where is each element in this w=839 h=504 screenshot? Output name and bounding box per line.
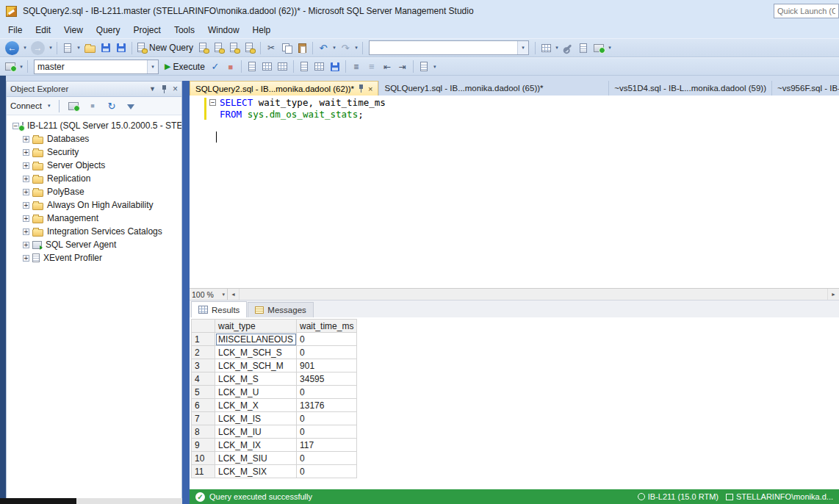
cut-button[interactable]: ✂	[264, 40, 278, 56]
redo-dropdown[interactable]: ▾	[353, 45, 359, 51]
grid-cell[interactable]: 117	[297, 439, 357, 452]
object-explorer-header[interactable]: Object Explorer ▼ ×	[7, 82, 181, 97]
execute-button[interactable]: ▶ Execute	[162, 59, 207, 75]
tree-item-security[interactable]: + Security	[7, 145, 181, 159]
connect-button[interactable]: Connect	[10, 101, 42, 110]
expand-icon[interactable]: +	[23, 149, 29, 156]
tree-item-integration-services[interactable]: + Integration Services Catalogs	[7, 225, 181, 238]
redo-button[interactable]: ↷	[338, 40, 353, 56]
row-header[interactable]: 11	[192, 465, 215, 478]
grid-cell[interactable]: 34595	[297, 372, 357, 386]
toolbar2-overflow-button[interactable]: ▾	[432, 64, 438, 70]
new-xmla-query-button[interactable]	[242, 40, 257, 56]
tree-item-xevent-profiler[interactable]: + XEvent Profiler	[7, 251, 181, 264]
new-dmx-query-button[interactable]	[227, 40, 242, 56]
uncomment-button[interactable]: ≡	[364, 59, 379, 75]
intellisense-button[interactable]	[276, 59, 290, 75]
menu-window[interactable]: Window	[201, 23, 246, 37]
grid-cell[interactable]: LCK_M_U	[215, 386, 297, 399]
tree-item-replication[interactable]: + Replication	[7, 172, 181, 185]
cancel-query-button[interactable]: ■	[223, 59, 238, 75]
expand-icon[interactable]: +	[23, 228, 29, 235]
col-header-wait-time-ms[interactable]: wait_time_ms	[297, 320, 357, 333]
stop-button[interactable]: ■	[85, 99, 100, 112]
expand-icon[interactable]: +	[23, 215, 29, 222]
expand-icon[interactable]: +	[23, 255, 29, 262]
hscroll-right-button[interactable]: ►	[827, 289, 839, 300]
forward-history-dropdown[interactable]: ▾	[48, 45, 54, 51]
registered-servers-button[interactable]	[591, 40, 606, 56]
tab-messages[interactable]: Messages	[248, 302, 313, 317]
grid-cell[interactable]: LCK_M_SIX	[215, 465, 297, 478]
comment-button[interactable]: ≡	[349, 59, 364, 75]
connect-dropdown-icon[interactable]: ▾	[46, 103, 52, 109]
grid-cell[interactable]: 0	[297, 465, 357, 478]
results-to-text-button[interactable]	[297, 59, 312, 75]
refresh-button[interactable]: ↻	[104, 99, 119, 112]
grid-cell[interactable]: 0	[297, 412, 357, 425]
hscroll-left-button[interactable]: ◄	[228, 289, 240, 300]
row-header[interactable]: 10	[192, 452, 215, 465]
zoom-control[interactable]: 100 % ▾	[190, 289, 228, 300]
grid-corner[interactable]	[192, 320, 215, 333]
code-collapse-icon[interactable]: −	[209, 99, 216, 106]
row-header[interactable]: 2	[192, 346, 215, 359]
grid-cell[interactable]: LCK_M_SIU	[215, 452, 297, 465]
expand-icon[interactable]: +	[23, 162, 29, 169]
toolbar-overflow-button[interactable]: ▾	[607, 45, 613, 51]
expand-icon[interactable]: +	[23, 242, 29, 248]
save-button[interactable]	[98, 40, 113, 56]
grid-cell[interactable]: LCK_M_SCH_M	[215, 359, 297, 372]
tab-vs956f[interactable]: ~vs956F.sql - IB-	[771, 81, 839, 96]
properties-dropdown[interactable]: ▾	[554, 45, 560, 51]
row-header[interactable]: 5	[192, 386, 215, 399]
grid-cell[interactable]: 13176	[297, 399, 357, 412]
expand-icon[interactable]: +	[23, 176, 29, 182]
tree-item-management[interactable]: + Management	[7, 212, 181, 225]
database-combobox[interactable]: master ▾	[34, 60, 159, 74]
toolbar-combobox[interactable]: ▾	[369, 40, 529, 55]
tree-item-server[interactable]: − IB-L211 (SQL Server 15.0.2000.5 - STEL…	[7, 119, 181, 132]
sqlcmd-mode-button[interactable]	[417, 59, 431, 75]
hscroll-track[interactable]	[240, 289, 827, 300]
tree-item-always-on[interactable]: + Always On High Availability	[7, 198, 181, 212]
quick-launch-input[interactable]	[774, 4, 839, 18]
zoom-dropdown-icon[interactable]: ▾	[222, 292, 225, 298]
copy-button[interactable]	[279, 40, 294, 56]
tree-item-server-objects[interactable]: + Server Objects	[7, 159, 181, 172]
menu-query[interactable]: Query	[90, 23, 127, 37]
row-header[interactable]: 8	[192, 425, 215, 439]
tab-results[interactable]: Results	[191, 301, 247, 317]
properties-window-button[interactable]	[539, 40, 553, 56]
scrollbar-thumb[interactable]	[0, 498, 76, 504]
tab-sqlquery2[interactable]: SQLQuery2.sql - IB...monika.dadool (62))…	[190, 81, 378, 96]
menu-help[interactable]: Help	[246, 23, 278, 37]
grid-cell[interactable]: 0	[297, 452, 357, 465]
increase-indent-button[interactable]: ⇥	[395, 59, 410, 75]
tab-close-icon[interactable]: ×	[368, 84, 372, 93]
object-explorer-hscrollbar[interactable]	[0, 498, 182, 504]
grid-cell[interactable]: LCK_M_IU	[215, 425, 297, 439]
grid-cell[interactable]: 0	[297, 425, 357, 439]
grid-cell[interactable]: LCK_M_IX	[215, 439, 297, 452]
row-header[interactable]: 4	[192, 372, 215, 386]
panel-close-icon[interactable]: ×	[173, 84, 178, 94]
grid-cell[interactable]: LCK_M_IS	[215, 412, 297, 425]
undo-button[interactable]: ↶	[316, 40, 331, 56]
row-header[interactable]: 7	[192, 412, 215, 425]
menu-file[interactable]: File	[1, 23, 29, 37]
new-mdx-query-button[interactable]	[212, 40, 226, 56]
expand-icon[interactable]: +	[23, 136, 29, 143]
tab-vs51d4[interactable]: ~vs51D4.sql - IB-L...monika.dadool (59))	[608, 81, 771, 96]
grid-cell[interactable]: LCK_M_SCH_S	[215, 346, 297, 359]
panel-splitter[interactable]	[182, 81, 190, 504]
menu-edit[interactable]: Edit	[29, 23, 57, 37]
tab-sqlquery1[interactable]: SQLQuery1.sql - IB...monika.dadool (65))…	[378, 81, 548, 96]
open-file-button[interactable]	[82, 40, 98, 56]
menu-project[interactable]: Project	[127, 23, 168, 37]
navigate-backward-button[interactable]: ←	[3, 40, 21, 56]
row-header[interactable]: 1	[192, 333, 215, 346]
query-options-button[interactable]	[260, 59, 275, 75]
disconnect-button[interactable]	[66, 99, 81, 112]
row-header[interactable]: 9	[192, 439, 215, 452]
